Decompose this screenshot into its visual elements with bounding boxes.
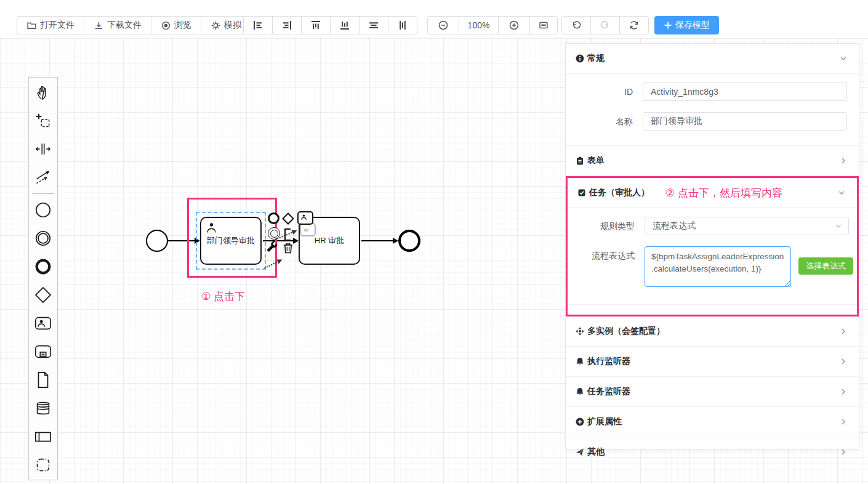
create-end-event[interactable] <box>29 252 57 281</box>
chevron-down-icon <box>834 222 843 230</box>
align-center-vertical-icon <box>397 20 408 31</box>
lasso-tool-icon <box>34 112 52 129</box>
move-arrows-icon <box>576 327 584 336</box>
append-gateway-button[interactable] <box>284 214 292 223</box>
section-extended-attributes-title: 扩展属性 <box>587 416 622 427</box>
align-top-icon <box>310 20 321 31</box>
user-task-icon <box>297 211 313 225</box>
zoom-in-icon <box>508 20 520 31</box>
preview-button[interactable]: 浏览 <box>151 16 201 34</box>
gateway-icon <box>34 286 52 304</box>
section-other-header[interactable]: 其他 <box>566 437 859 467</box>
download-file-button[interactable]: 下载文件 <box>84 16 151 34</box>
zoom-out-button[interactable] <box>427 16 459 34</box>
wrench-icon <box>267 241 279 254</box>
create-gateway[interactable] <box>29 281 57 309</box>
create-data-store[interactable] <box>29 394 57 422</box>
zoom-level-button[interactable]: 100% <box>459 16 499 34</box>
section-other: 其他 <box>566 437 859 467</box>
align-left-button[interactable] <box>243 16 273 34</box>
intermediate-event-icon <box>34 229 52 248</box>
paper-plane-icon <box>576 448 584 456</box>
change-type-button[interactable] <box>267 241 279 254</box>
align-top-button[interactable] <box>301 16 331 34</box>
task-label: HR 审批 <box>315 235 344 246</box>
lasso-tool[interactable] <box>29 107 57 135</box>
fit-viewport-button[interactable] <box>529 16 558 34</box>
zoom-button-group: 100% <box>427 16 558 34</box>
participant-icon <box>34 427 52 446</box>
create-subprocess[interactable] <box>29 337 57 366</box>
create-group[interactable] <box>29 451 57 479</box>
section-form-header[interactable]: 表单 <box>566 146 859 175</box>
global-connect-tool[interactable] <box>29 163 57 192</box>
create-participant[interactable] <box>29 422 57 451</box>
section-other-title: 其他 <box>587 446 605 458</box>
sequence-flow-3[interactable] <box>361 240 393 241</box>
create-user-task[interactable] <box>29 309 57 337</box>
arrowhead-2 <box>293 238 299 244</box>
tutorial-highlight-task-section: 任务（审批人） ② 点击下，然后填写内容 规则类型 流程 <box>566 176 859 317</box>
chevron-down-icon <box>837 188 846 197</box>
checked-box-icon <box>577 188 586 197</box>
delete-button[interactable] <box>283 242 294 254</box>
info-icon <box>576 54 584 63</box>
section-multi-instance-header[interactable]: 多实例（会签配置） <box>566 317 859 346</box>
folder-icon <box>26 20 37 31</box>
append-end-event-button[interactable] <box>268 212 279 224</box>
align-right-button[interactable] <box>272 16 302 34</box>
section-task-listener-header[interactable]: 任务监听器 <box>566 377 859 406</box>
rule-type-select[interactable] <box>645 217 849 235</box>
align-bottom-button[interactable] <box>330 16 360 34</box>
chevron-right-icon <box>839 327 848 336</box>
align-center-horizontal-icon <box>368 20 379 31</box>
expression-textarea[interactable]: ${bpmTaskAssignLeaderExpression.calculat… <box>645 246 791 287</box>
refresh-button[interactable] <box>619 16 649 34</box>
name-input[interactable] <box>643 112 847 131</box>
redo-button[interactable] <box>590 16 620 34</box>
chevron-right-icon <box>839 156 848 165</box>
gear-icon <box>211 20 221 31</box>
bell-icon <box>576 387 584 396</box>
id-label: ID <box>566 83 633 101</box>
end-event-shape[interactable] <box>398 230 420 252</box>
simulate-label: 模拟 <box>224 20 241 31</box>
start-event-shape[interactable] <box>146 230 168 252</box>
tutorial-step1-text: ① 点击下 <box>201 289 245 304</box>
section-execution-listener-title: 执行监听器 <box>587 356 630 367</box>
name-field-row: 名称 <box>566 112 859 131</box>
zoom-level-value: 100% <box>468 20 490 30</box>
group-icon <box>34 456 52 474</box>
create-data-object[interactable] <box>29 366 57 394</box>
section-general: 常规 ID 名称 <box>566 44 859 146</box>
rule-type-row: 规则类型 <box>568 217 857 235</box>
zoom-in-button[interactable] <box>498 16 530 34</box>
section-extended-attributes-header[interactable]: 扩展属性 <box>566 407 859 437</box>
chevron-right-icon <box>839 387 848 396</box>
align-center-vertical-button[interactable] <box>388 16 417 34</box>
section-task-header[interactable]: 任务（审批人） ② 点击下，然后填写内容 <box>568 178 857 208</box>
align-center-horizontal-button[interactable] <box>359 16 388 34</box>
create-start-event[interactable] <box>29 196 57 224</box>
download-file-label: 下载文件 <box>107 20 142 31</box>
id-input[interactable] <box>643 83 847 101</box>
append-task-button[interactable] <box>297 211 313 225</box>
undo-button[interactable] <box>561 16 591 34</box>
hand-tool[interactable] <box>29 78 57 107</box>
tutorial-highlight-task <box>187 198 277 278</box>
plus-icon <box>664 21 672 30</box>
section-execution-listener-header[interactable]: 执行监听器 <box>566 347 859 376</box>
space-tool[interactable] <box>29 135 57 163</box>
save-model-button[interactable]: 保存模型 <box>654 16 719 34</box>
global-connect-icon <box>34 169 52 186</box>
create-intermediate-event[interactable] <box>29 224 57 252</box>
open-file-button[interactable]: 打开文件 <box>17 16 84 34</box>
chevron-down-icon <box>839 54 848 63</box>
end-event-icon <box>268 212 279 224</box>
select-expression-button[interactable]: 选择表达式 <box>798 257 853 275</box>
section-task-listener-title: 任务监听器 <box>587 386 630 397</box>
section-general-title: 常规 <box>587 53 605 64</box>
section-general-header[interactable]: 常规 <box>566 44 859 73</box>
bell-icon <box>576 357 584 366</box>
clipboard-icon <box>576 156 584 165</box>
